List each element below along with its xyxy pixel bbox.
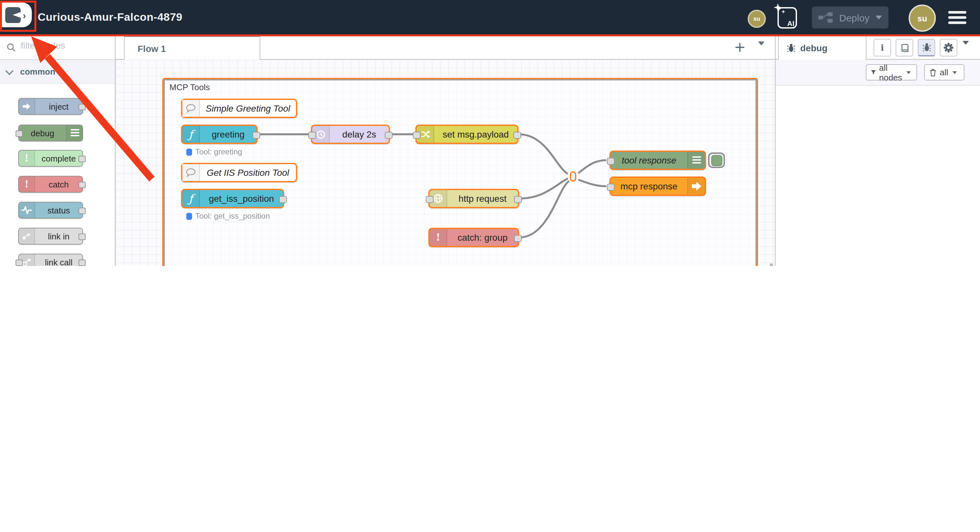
exclamation-icon: !	[19, 151, 35, 166]
palette-search[interactable]	[0, 36, 116, 60]
sparkle-small-icon	[781, 10, 785, 14]
sidebar-caret[interactable]	[963, 45, 969, 56]
node-catch-group-tools[interactable]: ! catch: group	[428, 228, 519, 247]
tab-debug[interactable]: debug	[778, 36, 866, 60]
filter-nodes-button[interactable]: all nodes	[866, 64, 917, 81]
node-greeting[interactable]: ƒ greeting	[181, 125, 258, 144]
page-title: Curious-Amur-Falcon-4879	[38, 0, 182, 34]
link-out-arrow-icon	[687, 178, 705, 195]
palette-node-catch[interactable]: ! catch	[18, 176, 83, 193]
chevron-down-icon	[5, 67, 13, 75]
function-icon: ƒ	[182, 190, 200, 207]
input-port[interactable]	[16, 259, 23, 266]
palette-node-complete[interactable]: ! complete	[18, 150, 83, 167]
input-port[interactable]	[607, 158, 615, 165]
node-status: Tool: greeting	[184, 147, 244, 156]
debug-enable-toggle[interactable]	[708, 152, 725, 168]
info-button[interactable]: i	[873, 39, 891, 56]
output-port[interactable]	[385, 132, 393, 139]
palette-node-link-call[interactable]: link call	[18, 254, 83, 266]
input-port[interactable]	[413, 132, 420, 139]
wire-junction[interactable]	[570, 171, 576, 182]
input-port[interactable]	[426, 196, 434, 203]
palette-node-status[interactable]: status	[18, 202, 83, 219]
pulse-icon	[19, 202, 35, 218]
node-http-request[interactable]: http request	[428, 189, 519, 208]
node-tool-response[interactable]: tool response	[609, 151, 706, 170]
add-flow-button[interactable]	[733, 41, 746, 54]
output-port[interactable]	[253, 132, 260, 139]
app: › Curious-Amur-Falcon-4879 su AI Deploy …	[0, 0, 980, 266]
deploy-button[interactable]: Deploy	[812, 6, 888, 29]
input-port[interactable]	[308, 132, 316, 139]
input-port[interactable]	[16, 130, 23, 137]
sidebar-tabbar: debug i	[776, 36, 980, 60]
node-comment-simple-greeting[interactable]: Simple Greeting Tool	[181, 98, 297, 118]
clear-debug-button[interactable]: all	[924, 64, 964, 81]
workspace-tabbar: Flow 1	[116, 36, 775, 60]
node-mcp-response-tools[interactable]: mcp response	[609, 176, 706, 196]
exclamation-icon: !	[19, 176, 35, 192]
inject-icon	[19, 98, 35, 114]
search-icon	[6, 43, 16, 52]
mini-user-badge[interactable]: su	[748, 10, 766, 28]
ai-assistant-button[interactable]: AI	[778, 7, 797, 29]
deploy-label: Deploy	[839, 12, 869, 23]
sparkle-icon	[774, 3, 782, 12]
exclamation-icon: !	[430, 229, 447, 246]
output-port[interactable]	[78, 104, 86, 110]
node-status: Tool: get_iss_position	[184, 211, 272, 221]
bug-icon	[787, 43, 796, 52]
debug-list-icon	[66, 125, 83, 141]
output-port[interactable]	[78, 233, 86, 240]
debug-list-icon	[687, 152, 705, 169]
palette-node-inject[interactable]: inject	[18, 98, 83, 115]
comment-bubble-icon	[182, 100, 200, 117]
workspace: Flow 1 MCP Tools MCP Resources	[116, 36, 775, 266]
comment-bubble-icon	[182, 164, 200, 181]
debug-filter-row: all nodes all	[776, 60, 980, 86]
user-avatar[interactable]: su	[908, 5, 936, 32]
annotation-underline	[0, 34, 980, 37]
flow-list-caret[interactable]	[758, 45, 765, 57]
status-dot-blue	[186, 148, 192, 156]
deploy-caret-icon[interactable]	[875, 16, 882, 19]
palette-category-common[interactable]: common	[0, 60, 116, 84]
node-delay-2s[interactable]: delay 2s	[311, 125, 390, 144]
debug-tab-button[interactable]	[918, 39, 935, 56]
node-set-msg-payload[interactable]: set msg.payload	[415, 125, 519, 144]
funnel-icon	[871, 69, 876, 76]
tab-flow-1[interactable]: Flow 1	[124, 36, 260, 60]
output-port[interactable]	[279, 196, 287, 203]
function-icon: ƒ	[182, 126, 200, 143]
annotation-highlight-box	[0, 1, 37, 32]
input-port[interactable]	[607, 184, 615, 191]
palette-filter-input[interactable]	[19, 40, 107, 51]
output-port[interactable]	[78, 259, 86, 266]
trash-icon	[929, 68, 937, 76]
ai-label: AI	[787, 19, 794, 27]
debug-messages-area[interactable]	[776, 86, 980, 266]
output-port[interactable]	[513, 132, 521, 139]
canvas-scrollbar[interactable]	[770, 264, 773, 266]
header: › Curious-Amur-Falcon-4879 su AI Deploy …	[0, 0, 980, 34]
output-port[interactable]	[78, 208, 86, 214]
output-port[interactable]	[78, 156, 86, 162]
output-port[interactable]	[78, 182, 86, 188]
node-get-iss-position[interactable]: ƒ get_iss_position	[181, 189, 284, 208]
status-dot-blue	[186, 213, 192, 220]
node-palette: common inject debug ! complete ! catch	[0, 36, 116, 266]
help-book-button[interactable]	[896, 39, 913, 56]
output-port[interactable]	[514, 235, 522, 242]
link-in-icon	[19, 229, 35, 244]
deploy-icon	[818, 12, 833, 23]
palette-node-debug[interactable]: debug	[18, 125, 83, 141]
flow-canvas[interactable]: MCP Tools MCP Resources	[116, 60, 775, 266]
debug-sidebar: debug i all nodes al	[775, 36, 980, 266]
output-port[interactable]	[514, 196, 522, 203]
node-comment-get-iss[interactable]: Get IIS Position Tool	[181, 163, 297, 182]
config-gear-button[interactable]	[940, 39, 957, 56]
palette-node-link-in[interactable]: link in	[18, 228, 83, 245]
main-menu-button[interactable]	[948, 11, 966, 24]
